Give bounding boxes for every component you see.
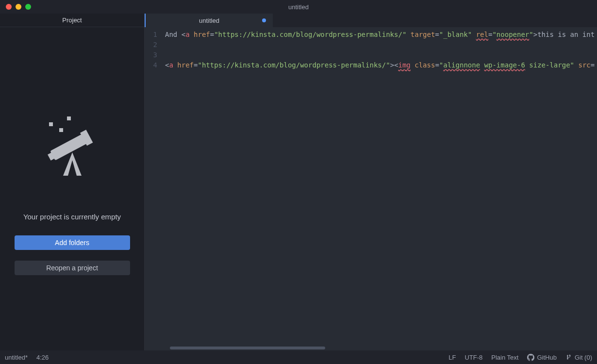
main-area: Project	[0, 14, 597, 350]
code-content[interactable]: And <a href="https://kinsta.com/blog/wor…	[163, 27, 597, 350]
minimize-window-button[interactable]	[16, 4, 21, 10]
svg-marker-6	[63, 152, 82, 176]
zoom-window-button[interactable]	[25, 4, 31, 10]
window-title: untitled	[288, 3, 309, 11]
tab-label: untitled	[199, 17, 219, 24]
close-window-button[interactable]	[6, 4, 12, 10]
git-branch-icon	[565, 354, 572, 361]
status-file[interactable]: untitled*	[5, 354, 28, 361]
status-encoding[interactable]: UTF-8	[464, 354, 482, 361]
svg-rect-0	[49, 122, 53, 126]
horizontal-scrollbar[interactable]	[170, 347, 325, 349]
project-empty-state: Your project is currently empty Add fold…	[0, 27, 144, 350]
tab-untitled[interactable]: untitled	[145, 14, 273, 27]
empty-project-message: Your project is currently empty	[23, 213, 121, 221]
code-editor[interactable]: 1234 And <a href="https://kinsta.com/blo…	[145, 27, 597, 350]
status-git[interactable]: Git (0)	[565, 354, 592, 361]
add-folders-button[interactable]: Add folders	[15, 235, 130, 250]
project-tab[interactable]: Project	[0, 14, 144, 27]
editor-tabs: untitled	[145, 14, 597, 27]
project-tab-label: Project	[62, 17, 82, 24]
status-github[interactable]: GitHub	[527, 354, 556, 361]
github-icon	[527, 354, 534, 361]
telescope-icon	[46, 115, 99, 178]
status-git-label: Git (0)	[575, 354, 592, 361]
line-gutter: 1234	[145, 27, 163, 350]
status-eol[interactable]: LF	[448, 354, 456, 361]
window-titlebar: untitled	[0, 0, 597, 14]
status-github-label: GitHub	[537, 354, 556, 361]
status-bar: untitled* 4:26 LF UTF-8 Plain Text GitHu…	[0, 350, 597, 364]
editor-area: untitled 1234 And <a href="https://kinst…	[145, 14, 597, 350]
svg-rect-1	[67, 116, 71, 120]
status-cursor[interactable]: 4:26	[36, 354, 49, 361]
project-sidebar: Project	[0, 14, 145, 350]
svg-rect-2	[59, 128, 63, 132]
modified-indicator-icon	[262, 18, 266, 22]
reopen-project-button[interactable]: Reopen a project	[15, 261, 130, 275]
traffic-lights	[0, 4, 31, 10]
svg-rect-3	[50, 134, 87, 160]
status-grammar[interactable]: Plain Text	[491, 354, 518, 361]
